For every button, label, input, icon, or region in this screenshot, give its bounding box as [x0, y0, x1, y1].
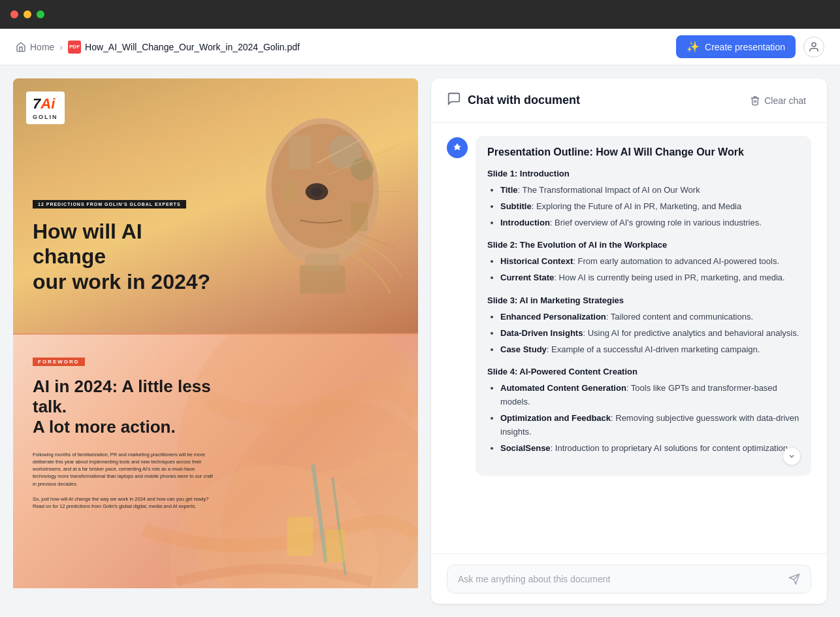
bullet-item-2-2: Current State: How AI is currently being… [500, 271, 800, 285]
bullet-label-4-3: SocialSense [500, 443, 551, 453]
robot-svg [216, 78, 418, 333]
slide2-title-line1: AI in 2024: A little less talk. [33, 376, 211, 416]
chat-header: Chat with document Clear chat [431, 78, 827, 123]
logo-a: 7 [33, 95, 40, 112]
traffic-light-red[interactable] [10, 10, 18, 18]
send-icon [788, 573, 800, 585]
slide2-title: AI in 2024: A little less talk. A lot mo… [33, 376, 242, 438]
slide2-body1: Following months of familiarization, PR … [33, 451, 216, 488]
bullet-label-1-2: Subtitle [500, 201, 532, 211]
chat-title: Chat with document [447, 92, 580, 109]
slide1-logo: 7Ai GOLIN [26, 92, 65, 124]
bullet-item-1-3: Introduction: Brief overview of AI's gro… [500, 216, 800, 230]
bullet-label-1-3: Introduction [500, 218, 550, 227]
svg-rect-21 [287, 517, 313, 556]
chat-slide-1: Slide 1: IntroductionTitle: The Transfor… [487, 169, 800, 229]
svg-rect-22 [326, 529, 346, 562]
ai-logo-icon [452, 142, 462, 153]
svg-rect-5 [289, 135, 312, 169]
file-name: How_AI_Will_Change_Our_Work_in_2024_Goli… [85, 42, 300, 52]
slide-heading-2: Slide 2: The Evolution of AI in the Work… [487, 240, 800, 250]
chat-input-wrapper [447, 565, 811, 593]
clear-chat-button[interactable]: Clear chat [745, 93, 811, 108]
bullet-label-1-1: Title [500, 185, 518, 195]
bullet-label-3-1: Enhanced Personalization [500, 312, 606, 322]
logo-box: 7Ai GOLIN [26, 92, 65, 124]
chat-slide-3: Slide 3: AI in Marketing StrategiesEnhan… [487, 295, 800, 356]
ai-avatar [447, 137, 468, 158]
slide1-content: 12 PREDICTIONS FROM GOLIN'S GLOBAL EXPER… [33, 197, 216, 294]
bullet-list-3: Enhanced Personalization: Tailored conte… [487, 310, 800, 356]
ai-message: Presentation Outline: How AI Will Change… [447, 136, 811, 476]
scroll-down-button[interactable] [783, 447, 801, 465]
chat-slide-4: Slide 4: AI-Powered Content CreationAuto… [487, 367, 800, 455]
slide1-title: How will AI change our work in 2024? [33, 219, 216, 294]
create-presentation-button[interactable]: ✨ Create presentation [676, 35, 796, 58]
bullet-item-1-2: Subtitle: Exploring the Future of AI in … [500, 200, 800, 214]
chevron-down-icon [788, 452, 796, 460]
bullet-item-3-1: Enhanced Personalization: Tailored conte… [500, 310, 800, 324]
chat-messages[interactable]: Presentation Outline: How AI Will Change… [431, 123, 827, 554]
user-icon [808, 41, 820, 53]
robot-figure [216, 78, 418, 333]
bullet-label-4-1: Automated Content Generation [500, 383, 626, 393]
slide2-body2: So, just how will AI change the way we w… [33, 495, 216, 510]
chat-input[interactable] [458, 574, 783, 584]
svg-point-4 [351, 158, 374, 180]
slide-heading-3: Slide 3: AI in Marketing Strategies [487, 295, 800, 305]
svg-rect-15 [306, 254, 340, 271]
bullet-label-3-3: Case Study [500, 344, 547, 354]
bullet-list-4: Automated Content Generation: Tools like… [487, 382, 800, 455]
bullet-item-3-3: Case Study: Example of a successful AI-d… [500, 343, 800, 357]
bullet-item-4-1: Automated Content Generation: Tools like… [500, 382, 800, 409]
home-link[interactable]: Home [16, 42, 54, 52]
titlebar [0, 0, 840, 29]
chat-slide-2: Slide 2: The Evolution of AI in the Work… [487, 240, 800, 285]
slide2-content: FOREWORD AI in 2024: A little less talk.… [33, 354, 242, 518]
slide-heading-1: Slide 1: Introduction [487, 169, 800, 178]
user-avatar[interactable] [803, 37, 824, 58]
clear-chat-icon [750, 95, 760, 106]
slide-heading-4: Slide 4: AI-Powered Content Creation [487, 367, 800, 376]
document-preview[interactable]: 7Ai GOLIN 12 PREDICTIONS FROM GOLIN'S GL… [13, 78, 418, 604]
main-content: 7Ai GOLIN 12 PREDICTIONS FROM GOLIN'S GL… [0, 65, 840, 617]
bullet-label-2-2: Current State [500, 273, 554, 282]
svg-point-11 [311, 187, 322, 196]
chat-bubble-icon [447, 92, 461, 109]
clear-chat-label: Clear chat [764, 95, 806, 106]
header-actions: ✨ Create presentation [676, 35, 824, 58]
chat-panel: Chat with document Clear chat [431, 78, 827, 604]
logo-content: 7Ai GOLIN [33, 95, 58, 120]
breadcrumb: Home › PDF How_AI_Will_Change_Our_Work_i… [16, 41, 300, 54]
bullet-item-2-1: Historical Context: From early automatio… [500, 255, 800, 269]
pdf-icon: PDF [68, 41, 81, 54]
home-label: Home [30, 42, 54, 52]
slide2-title-line2: A lot more action. [33, 417, 176, 437]
traffic-light-green[interactable] [37, 10, 44, 18]
create-icon: ✨ [687, 41, 700, 53]
chat-input-area [431, 554, 827, 604]
chat-title-text: Chat with document [468, 93, 580, 107]
slide1-title-line1: How will AI change [33, 220, 142, 268]
bullet-list-1: Title: The Transformational Impact of AI… [487, 184, 800, 229]
slide1-title-line2: our work in 2024? [33, 270, 210, 293]
send-button[interactable] [788, 573, 800, 585]
create-btn-label: Create presentation [705, 42, 785, 52]
bullet-label-3-2: Data-Driven Insights [500, 328, 583, 338]
slide-page-2: FOREWORD AI in 2024: A little less talk.… [13, 333, 418, 588]
bullet-item-4-2: Optimization and Feedback: Removing subj… [500, 412, 800, 439]
bullet-item-4-3: SocialSense: Introduction to proprietary… [500, 442, 800, 456]
message-bubble: Presentation Outline: How AI Will Change… [476, 136, 811, 476]
slides-container: Slide 1: IntroductionTitle: The Transfor… [487, 169, 800, 455]
home-icon [16, 42, 26, 52]
logo-i: Ai [40, 95, 55, 112]
logo-golin: GOLIN [33, 114, 58, 120]
svg-rect-12 [283, 180, 297, 203]
logo-ai: 7Ai [33, 95, 58, 112]
breadcrumb-bar: Home › PDF How_AI_Will_Change_Our_Work_i… [0, 29, 840, 65]
outline-title: Presentation Outline: How AI Will Change… [487, 146, 800, 158]
svg-point-0 [812, 42, 816, 46]
bullet-item-1-1: Title: The Transformational Impact of AI… [500, 184, 800, 197]
traffic-light-yellow[interactable] [24, 10, 31, 18]
slide-page-1: 7Ai GOLIN 12 PREDICTIONS FROM GOLIN'S GL… [13, 78, 418, 333]
